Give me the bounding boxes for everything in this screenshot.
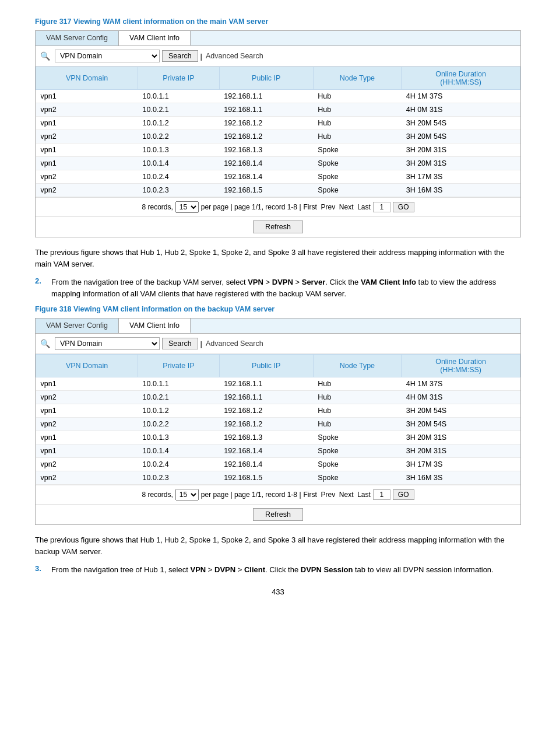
- figure2-page-info: per page | page 1/1, record 1-8 |: [201, 491, 301, 499]
- figure1-refresh-button[interactable]: Refresh: [253, 220, 303, 233]
- table-row: 3H 16M 3S: [402, 184, 520, 197]
- table-row: 10.0.1.3: [138, 144, 220, 157]
- table-row: Hub: [313, 404, 402, 418]
- figure2-panel: VAM Server Config VAM Client Info 🔍 VPN …: [35, 318, 521, 525]
- table-row: 192.168.1.1: [219, 391, 313, 404]
- table-row: 10.0.1.1: [138, 90, 220, 103]
- figure2-separator: |: [200, 340, 202, 348]
- table-row: 192.168.1.2: [219, 418, 313, 431]
- figure2-pagination: 8 records, 15 per page | page 1/1, recor…: [36, 485, 520, 504]
- figure2-refresh-row: Refresh: [36, 504, 520, 524]
- table-row: 10.0.2.4: [138, 170, 220, 184]
- table-row: vpn1: [36, 157, 138, 170]
- figure2-col-nodetype: Node Type: [313, 355, 402, 377]
- figure1-col-privateip: Private IP: [138, 67, 220, 90]
- figure2-col-duration: Online Duration(HH:MM:SS): [402, 355, 520, 377]
- table-row: 4H 0M 31S: [402, 103, 520, 117]
- table-row: vpn2: [36, 391, 138, 404]
- table-row: 10.0.2.1: [138, 391, 220, 404]
- figure2-col-vpndomain: VPN Domain: [36, 355, 138, 377]
- table-row: Spoke: [313, 458, 402, 471]
- table-row: 192.168.1.1: [219, 90, 313, 103]
- figure2-search-button[interactable]: Search: [162, 338, 198, 349]
- step-2: 2. From the navigation tree of the backu…: [35, 276, 521, 299]
- figure2-tab-bar: VAM Server Config VAM Client Info: [36, 318, 520, 334]
- table-row: 10.0.2.3: [138, 184, 220, 197]
- figure2-nav-links[interactable]: First Prev Next Last: [304, 491, 371, 499]
- table-row: Spoke: [313, 471, 402, 485]
- table-row: 10.0.1.2: [138, 404, 220, 418]
- table-row: 192.168.1.1: [219, 103, 313, 117]
- table-row: 3H 20M 31S: [402, 157, 520, 170]
- figure1-page-input[interactable]: [373, 202, 390, 212]
- table-row: vpn2: [36, 184, 138, 197]
- body-text-1: The previous figure shows that Hub 1, Hu…: [35, 247, 521, 270]
- table-row: Hub: [313, 391, 402, 404]
- figure1-refresh-row: Refresh: [36, 216, 520, 237]
- figure2-perpage-select[interactable]: 15: [175, 489, 199, 501]
- table-row: Hub: [313, 377, 402, 391]
- table-row: 3H 17M 3S: [402, 170, 520, 184]
- figure1-tab-server-config[interactable]: VAM Server Config: [36, 31, 119, 46]
- table-row: vpn2: [36, 103, 138, 117]
- figure2-go-button[interactable]: GO: [393, 489, 414, 500]
- table-row: 10.0.2.2: [138, 418, 220, 431]
- step-2-text: From the navigation tree of the backup V…: [51, 276, 521, 299]
- figure2-vpn-domain-select[interactable]: VPN Domain: [55, 337, 160, 350]
- table-row: 10.0.1.4: [138, 444, 220, 458]
- figure2-page-input[interactable]: [373, 489, 390, 500]
- figure2-tab-server-config[interactable]: VAM Server Config: [36, 318, 119, 333]
- table-row: 10.0.1.1: [138, 377, 220, 391]
- table-row: Spoke: [313, 144, 402, 157]
- search-icon: 🔍: [40, 51, 50, 61]
- figure1-page-info: per page | page 1/1, record 1-8 |: [201, 203, 301, 211]
- table-row: Spoke: [313, 444, 402, 458]
- figure2-search-icon: 🔍: [40, 339, 50, 348]
- figure1-go-button[interactable]: GO: [393, 202, 414, 212]
- figure1-col-duration: Online Duration(HH:MM:SS): [402, 67, 520, 90]
- figure1-nav-links[interactable]: First Prev Next Last: [304, 203, 371, 211]
- table-row: 10.0.2.2: [138, 130, 220, 144]
- table-row: vpn1: [36, 444, 138, 458]
- table-row: 10.0.2.1: [138, 103, 220, 117]
- figure1-col-vpndomain: VPN Domain: [36, 67, 138, 90]
- table-row: Hub: [313, 90, 402, 103]
- figure2-advanced-search[interactable]: Advanced Search: [206, 340, 263, 348]
- table-row: vpn2: [36, 471, 138, 485]
- figure1-perpage-select[interactable]: 15: [175, 201, 199, 213]
- figure1-panel: VAM Server Config VAM Client Info 🔍 VPN …: [35, 30, 521, 237]
- figure1-tab-bar: VAM Server Config VAM Client Info: [36, 31, 520, 46]
- table-row: 192.168.1.2: [219, 404, 313, 418]
- table-row: 3H 20M 31S: [402, 444, 520, 458]
- table-row: 10.0.1.2: [138, 117, 220, 130]
- step-2-num: 2.: [35, 276, 47, 299]
- table-row: Hub: [313, 418, 402, 431]
- figure2-refresh-button[interactable]: Refresh: [253, 508, 303, 521]
- table-row: Hub: [313, 117, 402, 130]
- table-row: 192.168.1.5: [219, 184, 313, 197]
- figure1-search-button[interactable]: Search: [162, 50, 198, 62]
- table-row: vpn2: [36, 130, 138, 144]
- table-row: 3H 20M 54S: [402, 130, 520, 144]
- figure2-tab-client-info[interactable]: VAM Client Info: [119, 318, 191, 333]
- figure1-advanced-search[interactable]: Advanced Search: [206, 52, 263, 60]
- table-row: 3H 20M 54S: [402, 418, 520, 431]
- figure1-tab-client-info[interactable]: VAM Client Info: [119, 31, 191, 46]
- table-row: vpn1: [36, 90, 138, 103]
- figure1-title: Figure 317 Viewing WAM client informatio…: [35, 18, 521, 26]
- table-row: Hub: [313, 130, 402, 144]
- figure2-records: 8 records,: [142, 491, 173, 499]
- table-row: 3H 16M 3S: [402, 471, 520, 485]
- table-row: 192.168.1.3: [219, 144, 313, 157]
- table-row: 4H 1M 37S: [402, 90, 520, 103]
- figure1-records: 8 records,: [142, 203, 173, 211]
- table-row: vpn2: [36, 170, 138, 184]
- figure1-vpn-domain-select[interactable]: VPN Domain: [55, 50, 160, 62]
- page-number: 433: [35, 587, 521, 596]
- table-row: vpn1: [36, 117, 138, 130]
- figure1-col-nodetype: Node Type: [313, 67, 402, 90]
- table-row: vpn2: [36, 418, 138, 431]
- table-row: Spoke: [313, 157, 402, 170]
- table-row: Spoke: [313, 431, 402, 444]
- table-row: 192.168.1.1: [219, 377, 313, 391]
